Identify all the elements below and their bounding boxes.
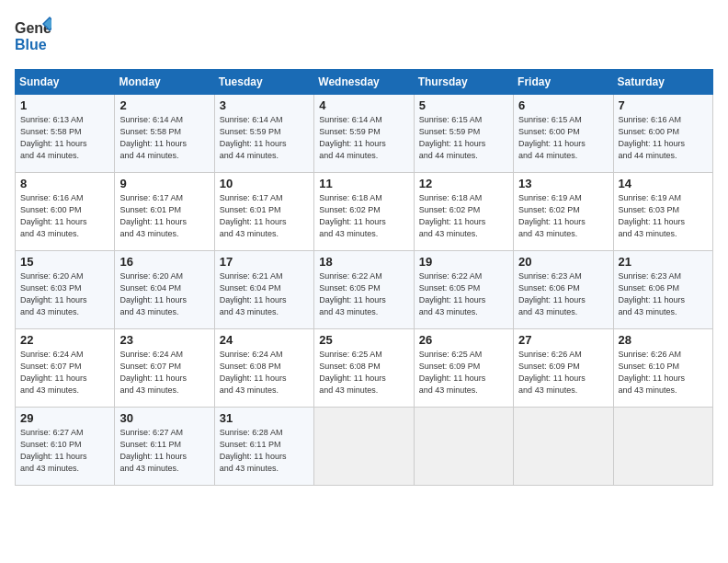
calendar-cell: 13Sunrise: 6:19 AM Sunset: 6:02 PM Dayli… — [514, 173, 613, 251]
day-number: 3 — [220, 98, 309, 112]
day-info: Sunrise: 6:25 AM Sunset: 6:09 PM Dayligh… — [419, 349, 508, 396]
day-number: 31 — [220, 411, 309, 425]
day-number: 14 — [619, 177, 708, 190]
day-info: Sunrise: 6:24 AM Sunset: 6:07 PM Dayligh… — [20, 349, 109, 396]
day-number: 5 — [419, 98, 508, 112]
calendar-cell: 6Sunrise: 6:15 AM Sunset: 6:00 PM Daylig… — [514, 95, 613, 173]
weekday-header-thursday: Thursday — [414, 70, 513, 95]
svg-text:Blue: Blue — [15, 37, 47, 52]
calendar-cell: 30Sunrise: 6:27 AM Sunset: 6:11 PM Dayli… — [115, 408, 214, 486]
day-info: Sunrise: 6:20 AM Sunset: 6:04 PM Dayligh… — [119, 270, 209, 318]
day-number: 25 — [319, 333, 408, 347]
day-info: Sunrise: 6:26 AM Sunset: 6:09 PM Dayligh… — [518, 349, 608, 396]
logo-icon: General Blue — [15, 15, 51, 60]
calendar-cell — [514, 408, 613, 486]
day-info: Sunrise: 6:18 AM Sunset: 6:02 PM Dayligh… — [419, 192, 508, 240]
calendar-cell — [414, 408, 513, 486]
weekday-header-monday: Monday — [115, 70, 214, 95]
logo: General Blue — [15, 15, 51, 60]
calendar-cell — [314, 408, 414, 486]
calendar-cell: 26Sunrise: 6:25 AM Sunset: 6:09 PM Dayli… — [414, 329, 513, 408]
day-number: 23 — [119, 333, 209, 347]
day-number: 30 — [119, 411, 209, 425]
weekday-header-tuesday: Tuesday — [214, 70, 313, 95]
day-number: 15 — [20, 255, 109, 269]
day-number: 28 — [619, 333, 708, 347]
day-info: Sunrise: 6:14 AM Sunset: 5:58 PM Dayligh… — [119, 114, 209, 162]
calendar-cell: 28Sunrise: 6:26 AM Sunset: 6:10 PM Dayli… — [613, 329, 712, 408]
calendar-cell: 7Sunrise: 6:16 AM Sunset: 6:00 PM Daylig… — [613, 95, 712, 173]
calendar-cell: 10Sunrise: 6:17 AM Sunset: 6:01 PM Dayli… — [214, 173, 313, 251]
day-number: 22 — [20, 333, 109, 347]
day-number: 29 — [20, 411, 109, 425]
day-number: 4 — [319, 98, 408, 112]
day-info: Sunrise: 6:20 AM Sunset: 6:03 PM Dayligh… — [20, 270, 109, 318]
weekday-header-saturday: Saturday — [613, 70, 712, 95]
day-number: 19 — [419, 255, 508, 269]
day-number: 21 — [619, 255, 708, 269]
calendar-cell: 23Sunrise: 6:24 AM Sunset: 6:07 PM Dayli… — [115, 329, 214, 408]
day-info: Sunrise: 6:22 AM Sunset: 6:05 PM Dayligh… — [419, 270, 508, 318]
calendar-cell: 1Sunrise: 6:13 AM Sunset: 5:58 PM Daylig… — [16, 95, 115, 173]
day-info: Sunrise: 6:19 AM Sunset: 6:02 PM Dayligh… — [518, 192, 608, 240]
calendar-cell: 31Sunrise: 6:28 AM Sunset: 6:11 PM Dayli… — [214, 408, 313, 486]
calendar-cell: 21Sunrise: 6:23 AM Sunset: 6:06 PM Dayli… — [613, 251, 712, 329]
day-info: Sunrise: 6:17 AM Sunset: 6:01 PM Dayligh… — [220, 192, 309, 240]
day-info: Sunrise: 6:27 AM Sunset: 6:10 PM Dayligh… — [20, 427, 109, 475]
calendar-cell: 25Sunrise: 6:25 AM Sunset: 6:08 PM Dayli… — [314, 329, 414, 408]
calendar-cell: 12Sunrise: 6:18 AM Sunset: 6:02 PM Dayli… — [414, 173, 513, 251]
day-info: Sunrise: 6:28 AM Sunset: 6:11 PM Dayligh… — [220, 427, 309, 475]
day-info: Sunrise: 6:14 AM Sunset: 5:59 PM Dayligh… — [220, 114, 309, 162]
day-number: 6 — [518, 98, 608, 112]
day-number: 10 — [220, 177, 309, 190]
calendar-table: SundayMondayTuesdayWednesdayThursdayFrid… — [15, 69, 713, 486]
day-number: 7 — [619, 98, 708, 112]
day-info: Sunrise: 6:18 AM Sunset: 6:02 PM Dayligh… — [319, 192, 408, 240]
day-info: Sunrise: 6:27 AM Sunset: 6:11 PM Dayligh… — [119, 427, 209, 475]
calendar-cell: 29Sunrise: 6:27 AM Sunset: 6:10 PM Dayli… — [16, 408, 115, 486]
day-number: 26 — [419, 333, 508, 347]
day-number: 12 — [419, 177, 508, 190]
day-info: Sunrise: 6:16 AM Sunset: 6:00 PM Dayligh… — [20, 192, 109, 240]
day-number: 16 — [119, 255, 209, 269]
day-info: Sunrise: 6:16 AM Sunset: 6:00 PM Dayligh… — [619, 114, 708, 162]
day-number: 9 — [119, 177, 209, 190]
day-info: Sunrise: 6:23 AM Sunset: 6:06 PM Dayligh… — [518, 270, 608, 318]
day-info: Sunrise: 6:23 AM Sunset: 6:06 PM Dayligh… — [619, 270, 708, 318]
calendar-cell: 3Sunrise: 6:14 AM Sunset: 5:59 PM Daylig… — [214, 95, 313, 173]
calendar-cell: 15Sunrise: 6:20 AM Sunset: 6:03 PM Dayli… — [16, 251, 115, 329]
day-number: 18 — [319, 255, 408, 269]
day-number: 13 — [518, 177, 608, 190]
day-info: Sunrise: 6:14 AM Sunset: 5:59 PM Dayligh… — [319, 114, 408, 162]
day-number: 17 — [220, 255, 309, 269]
calendar-cell: 8Sunrise: 6:16 AM Sunset: 6:00 PM Daylig… — [16, 173, 115, 251]
day-number: 27 — [518, 333, 608, 347]
page-header: General Blue — [15, 15, 713, 60]
calendar-cell: 5Sunrise: 6:15 AM Sunset: 5:59 PM Daylig… — [414, 95, 513, 173]
day-number: 1 — [20, 98, 109, 112]
calendar-cell: 4Sunrise: 6:14 AM Sunset: 5:59 PM Daylig… — [314, 95, 414, 173]
calendar-cell: 14Sunrise: 6:19 AM Sunset: 6:03 PM Dayli… — [613, 173, 712, 251]
day-number: 24 — [220, 333, 309, 347]
calendar-cell: 20Sunrise: 6:23 AM Sunset: 6:06 PM Dayli… — [514, 251, 613, 329]
calendar-cell: 24Sunrise: 6:24 AM Sunset: 6:08 PM Dayli… — [214, 329, 313, 408]
weekday-header-friday: Friday — [514, 70, 613, 95]
day-number: 20 — [518, 255, 608, 269]
calendar-cell: 9Sunrise: 6:17 AM Sunset: 6:01 PM Daylig… — [115, 173, 214, 251]
day-number: 11 — [319, 177, 408, 190]
day-info: Sunrise: 6:13 AM Sunset: 5:58 PM Dayligh… — [20, 114, 109, 162]
day-info: Sunrise: 6:21 AM Sunset: 6:04 PM Dayligh… — [220, 270, 309, 318]
day-info: Sunrise: 6:22 AM Sunset: 6:05 PM Dayligh… — [319, 270, 408, 318]
weekday-header-wednesday: Wednesday — [314, 70, 414, 95]
calendar-cell: 17Sunrise: 6:21 AM Sunset: 6:04 PM Dayli… — [214, 251, 313, 329]
calendar-cell: 22Sunrise: 6:24 AM Sunset: 6:07 PM Dayli… — [16, 329, 115, 408]
calendar-cell: 18Sunrise: 6:22 AM Sunset: 6:05 PM Dayli… — [314, 251, 414, 329]
day-info: Sunrise: 6:19 AM Sunset: 6:03 PM Dayligh… — [619, 192, 708, 240]
calendar-cell — [613, 408, 712, 486]
day-info: Sunrise: 6:15 AM Sunset: 5:59 PM Dayligh… — [419, 114, 508, 162]
day-info: Sunrise: 6:26 AM Sunset: 6:10 PM Dayligh… — [619, 349, 708, 396]
calendar-cell: 16Sunrise: 6:20 AM Sunset: 6:04 PM Dayli… — [115, 251, 214, 329]
day-info: Sunrise: 6:25 AM Sunset: 6:08 PM Dayligh… — [319, 349, 408, 396]
weekday-header-sunday: Sunday — [16, 70, 115, 95]
day-number: 8 — [20, 177, 109, 190]
